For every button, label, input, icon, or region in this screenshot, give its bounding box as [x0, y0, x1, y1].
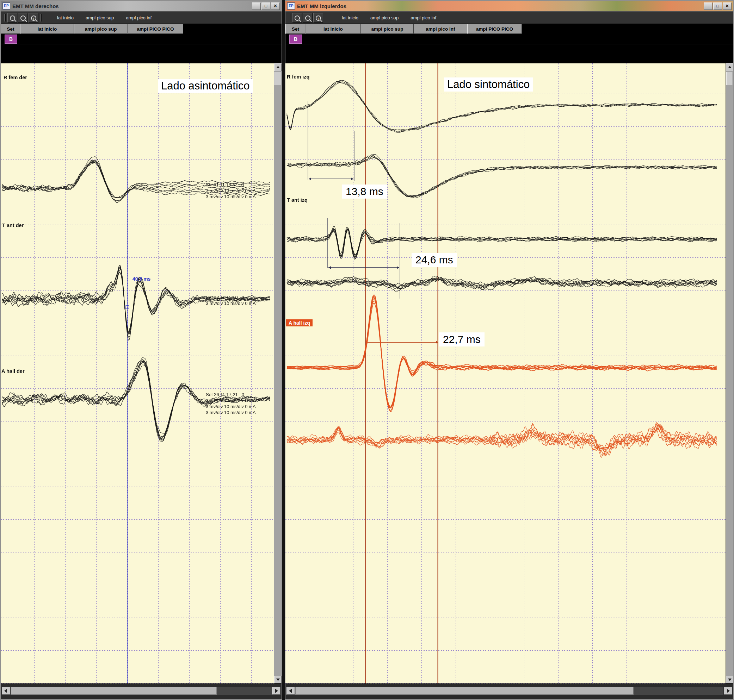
column-header-lat-inicio[interactable]: lat inicio [305, 24, 361, 34]
close-button[interactable]: ✕ [723, 3, 731, 10]
zoom-in-button[interactable]: + [313, 13, 323, 22]
hscroll-thumb[interactable] [10, 687, 217, 695]
vscroll-track[interactable] [726, 71, 733, 676]
zoom-in-button[interactable]: + [28, 13, 38, 22]
titlebar-derechos[interactable]: EP EMT MM derechos _ □ ✕ [1, 1, 282, 11]
vertical-scrollbar[interactable] [274, 63, 282, 684]
zoom-reset-button[interactable] [303, 13, 312, 22]
toolbar-separator [325, 14, 326, 22]
toolbar: − + lat inicio ampl pico sup ampl pico i… [1, 11, 282, 24]
toolbar-label-lat-inicio: lat inicio [342, 15, 358, 21]
minimize-button[interactable]: _ [704, 3, 712, 10]
scroll-left-button[interactable] [2, 687, 10, 695]
table-header: Set lat inicio ampl pico sup ampl pico i… [286, 24, 733, 34]
hscroll-track[interactable] [10, 687, 272, 695]
app-icon: EP [287, 3, 295, 9]
window-emt-mm-derechos: EP EMT MM derechos _ □ ✕ − + lat inicio [0, 0, 282, 700]
desktop: EP EMT MM derechos _ □ ✕ − + lat inicio [0, 0, 734, 700]
scroll-up-button[interactable] [726, 63, 733, 71]
horizontal-scrollbar[interactable] [286, 684, 733, 699]
vscroll-track[interactable] [274, 71, 282, 676]
toolbar-label-ampl-pico-sup: ampl pico sup [85, 15, 114, 21]
scroll-right-button[interactable] [724, 687, 732, 695]
maximize-button[interactable]: □ [261, 3, 270, 10]
titlebar-izquierdos[interactable]: EP EMT MM izquierdos _ □ ✕ [286, 1, 733, 11]
set-row-badge[interactable]: B [4, 34, 17, 44]
zoom-out-icon: − [10, 16, 15, 21]
toolbar-label-ampl-pico-inf: ampl pico inf [126, 15, 152, 21]
column-header-ampl-pico-sup[interactable]: ampl pico sup [361, 24, 414, 34]
column-header-ampl-pico-inf[interactable]: ampl pico inf [414, 24, 467, 34]
close-button[interactable]: ✕ [271, 3, 280, 10]
app-icon: EP [3, 3, 10, 9]
zoom-in-icon: + [316, 16, 321, 21]
toolbar-label-ampl-pico-inf: ampl pico inf [411, 15, 436, 21]
magnifier-icon [305, 16, 311, 21]
column-header-ampl-pico-pico[interactable]: ampl PICO PICO [467, 24, 522, 34]
horizontal-scrollbar[interactable] [1, 684, 282, 699]
zoom-out-button[interactable]: − [7, 13, 17, 22]
column-header-set[interactable]: Set [286, 24, 305, 34]
window-title: EMT MM izquierdos [297, 3, 346, 9]
waveform-area[interactable]: R fem derT ant derA hall derLado asintom… [1, 63, 282, 684]
zoom-out-button[interactable]: − [292, 13, 302, 22]
toolbar-separator [4, 14, 6, 22]
vscroll-thumb[interactable] [726, 72, 733, 85]
minimize-button[interactable]: _ [252, 3, 261, 10]
toolbar-separator [289, 14, 290, 22]
toolbar-separator [40, 14, 41, 22]
set-row-badge[interactable]: B [289, 34, 302, 44]
scroll-up-button[interactable] [274, 63, 282, 71]
zoom-in-icon: + [31, 16, 36, 21]
vertical-scrollbar[interactable] [725, 63, 733, 684]
vscroll-thumb[interactable] [274, 72, 281, 85]
scroll-down-button[interactable] [726, 676, 733, 684]
hscroll-thumb[interactable] [295, 687, 634, 695]
hscroll-track[interactable] [295, 687, 724, 695]
zoom-reset-button[interactable] [18, 13, 28, 22]
waveform-area[interactable]: R fem izqT ant izqA hall izqLado sintomá… [286, 63, 733, 684]
scroll-down-button[interactable] [274, 676, 282, 684]
column-header-ampl-pico-pico[interactable]: ampl PICO PICO [128, 24, 183, 34]
waveform-canvas [286, 63, 725, 684]
table-body: B [286, 34, 733, 63]
maximize-button[interactable]: □ [713, 3, 722, 10]
column-header-lat-inicio[interactable]: lat inicio [21, 24, 74, 34]
toolbar-label-ampl-pico-sup: ampl pico sup [370, 15, 398, 21]
column-header-set[interactable]: Set [1, 24, 21, 34]
scroll-right-button[interactable] [272, 687, 280, 695]
column-header-ampl-pico-sup[interactable]: ampl pico sup [74, 24, 128, 34]
table-header: Set lat inicio ampl pico sup ampl PICO P… [1, 24, 282, 34]
waveform-canvas [1, 63, 274, 684]
window-title: EMT MM derechos [12, 3, 59, 9]
magnifier-icon [21, 16, 26, 21]
zoom-out-icon: − [295, 16, 300, 21]
toolbar-label-lat-inicio: lat inicio [57, 15, 74, 21]
table-body: B [1, 34, 282, 63]
scroll-left-button[interactable] [286, 687, 295, 695]
toolbar: − + lat inicio ampl pico sup ampl pico i… [286, 11, 733, 24]
window-emt-mm-izquierdos: EP EMT MM izquierdos _ □ ✕ − + lat inici… [285, 0, 734, 700]
